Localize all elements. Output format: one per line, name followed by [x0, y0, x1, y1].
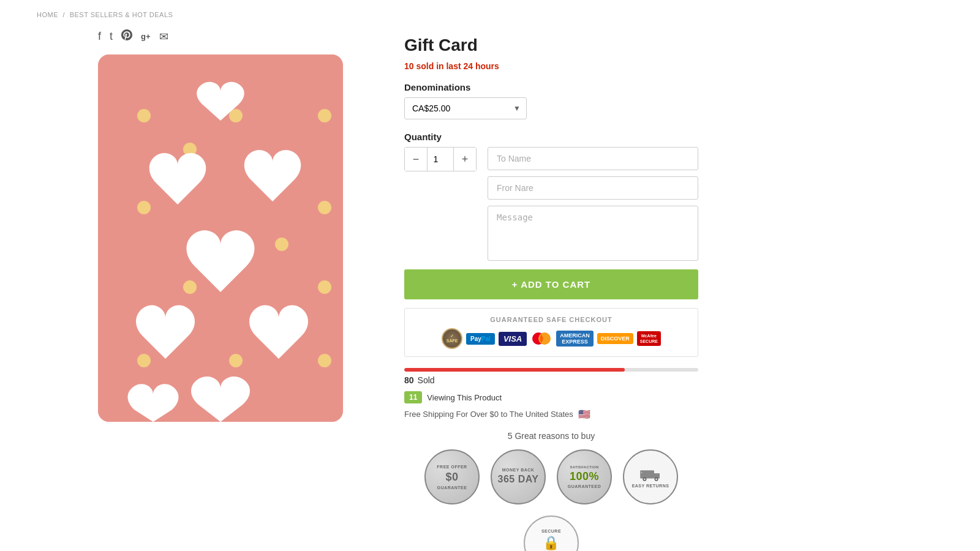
product-image — [98, 54, 343, 422]
tb-secure-lock-icon: 🔒 — [543, 535, 560, 551]
tb-money-back-label: MONEY BACK — [502, 468, 535, 472]
visa-icon: VISA — [499, 332, 527, 346]
tb-satisfaction-guaranteed: GUARANTEED — [568, 484, 601, 489]
amex-icon: AMERICANEXPRESS — [556, 331, 594, 347]
email-icon[interactable]: ✉ — [159, 30, 168, 43]
quantity-decrease-button[interactable]: − — [405, 148, 427, 171]
checkout-guarantee: GUARANTEED SAFE CHECKOUT ✓SAFE PayPal VI… — [404, 308, 698, 357]
us-flag-icon: 🇺🇸 — [578, 408, 590, 420]
paypal-icon: PayPal — [466, 333, 495, 345]
shield-badge-icon: ✓SAFE — [442, 328, 462, 349]
tb-money-back-days: 365 DAY — [498, 474, 539, 485]
right-panel: Gift Card 10 sold in last 24 hours Denom… — [404, 29, 698, 551]
from-name-input[interactable] — [488, 176, 698, 200]
breadcrumb-category[interactable]: BEST SELLERS & HOT DEALS — [70, 11, 173, 18]
breadcrumb: HOME / BEST SELLERS & HOT DEALS — [0, 0, 980, 29]
twitter-icon[interactable]: t — [110, 30, 113, 43]
product-title: Gift Card — [404, 36, 698, 55]
left-panel: f t g+ ✉ — [98, 29, 355, 551]
tb-secure-label: SECURE — [541, 529, 561, 533]
shipping-text: Free Shipping For Over $0 to The United … — [404, 410, 573, 419]
tb-free-offer-label: FREE OFFER — [437, 465, 467, 469]
svg-rect-16 — [640, 470, 654, 478]
quantity-control: − + — [404, 147, 477, 171]
trust-badge-easy-returns: EASY RETURNS — [623, 449, 678, 504]
breadcrumb-home[interactable]: HOME — [37, 11, 58, 18]
form-row: − + — [404, 147, 698, 269]
svg-point-9 — [318, 354, 331, 367]
svg-point-3 — [318, 109, 331, 122]
tb-free-offer-guarantee: GUARANTEE — [437, 485, 467, 490]
sold-text: Sold — [418, 375, 435, 385]
trust-badge-secure-ordering: SECURE 🔒 ORDERING — [524, 515, 579, 551]
svg-point-20 — [655, 478, 658, 480]
sold-count: 80 — [404, 375, 414, 385]
facebook-icon[interactable]: f — [98, 30, 101, 43]
mcafee-icon: McAfeeSECURE — [637, 331, 661, 346]
svg-point-10 — [229, 354, 243, 367]
svg-point-5 — [318, 201, 331, 214]
quantity-increase-button[interactable]: + — [454, 148, 476, 171]
payment-icons: ✓SAFE PayPal VISA AMERICANEXPRESS DISCOV… — [415, 328, 688, 349]
breadcrumb-separator: / — [63, 11, 66, 18]
tb-free-offer-value: $0 — [445, 471, 458, 484]
add-to-cart-label: + ADD TO CART — [512, 279, 590, 290]
viewing-text: Viewing This Product — [427, 393, 502, 402]
shipping-row: Free Shipping For Over $0 to The United … — [404, 408, 698, 420]
googleplus-icon[interactable]: g+ — [141, 32, 151, 41]
svg-point-8 — [137, 354, 151, 367]
denomination-select[interactable]: CA$25.00 CA$50.00 CA$100.00 — [404, 97, 527, 119]
discover-icon: DISCOVER — [597, 333, 633, 344]
mastercard-icon — [530, 331, 552, 346]
tb-easy-returns-label: EASY RETURNS — [632, 484, 669, 488]
trust-badge-money-back: MONEY BACK 365 DAY — [491, 449, 546, 504]
progress-bar — [404, 368, 698, 372]
trust-badge-satisfaction: SATISFACTION 100% GUARANTEED — [557, 449, 612, 504]
svg-point-1 — [137, 109, 151, 122]
checkout-guarantee-title: GUARANTEED SAFE CHECKOUT — [415, 316, 688, 323]
social-icons: f t g+ ✉ — [98, 29, 355, 43]
sold-count-row: 80 Sold — [404, 375, 698, 385]
truck-icon — [639, 467, 662, 481]
pinterest-icon[interactable] — [121, 29, 132, 43]
svg-point-4 — [137, 201, 151, 214]
viewing-badge: 11 — [404, 391, 422, 403]
svg-point-12 — [275, 238, 288, 251]
trust-badge-free-offer: FREE OFFER $0 GUARANTEE — [424, 449, 480, 504]
svg-point-6 — [183, 280, 197, 294]
tb-satisfaction-label: SATISFACTION — [570, 465, 598, 469]
add-to-cart-button[interactable]: + ADD TO CART — [404, 269, 698, 299]
progress-bar-fill — [404, 368, 625, 372]
trust-badges: FREE OFFER $0 GUARANTEE MONEY BACK 365 D… — [404, 449, 698, 551]
svg-point-19 — [644, 478, 646, 480]
sold-badge: 10 sold in last 24 hours — [404, 61, 698, 71]
denominations-label: Denominations — [404, 82, 698, 92]
quantity-label: Quantity — [404, 132, 698, 142]
denomination-select-wrapper: CA$25.00 CA$50.00 CA$100.00 ▼ — [404, 97, 527, 119]
to-name-input[interactable] — [488, 147, 698, 170]
message-textarea[interactable] — [488, 206, 698, 261]
reasons-title: 5 Great reasons to buy — [404, 431, 698, 441]
quantity-input[interactable] — [427, 148, 454, 171]
input-fields — [488, 147, 698, 269]
viewing-row: 11 Viewing This Product — [404, 391, 698, 403]
tb-satisfaction-percent: 100% — [570, 470, 599, 483]
svg-point-7 — [318, 280, 331, 294]
